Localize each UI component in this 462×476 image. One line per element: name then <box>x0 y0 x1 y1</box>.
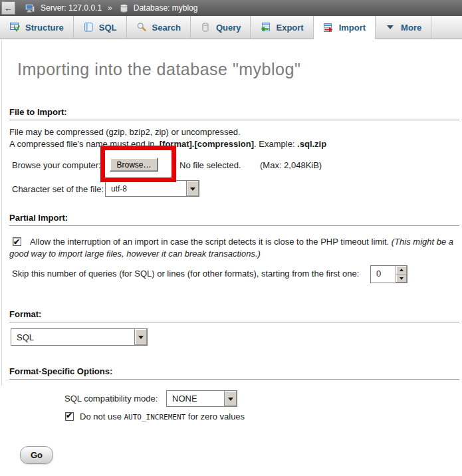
tab-import[interactable]: Import <box>314 16 376 39</box>
tab-label: Search <box>152 23 181 33</box>
sql-compatibility-arrow-icon[interactable] <box>224 391 237 406</box>
tab-label: Import <box>339 23 366 33</box>
skip-queries-stepper[interactable]: 0 <box>370 265 407 283</box>
charset-select-arrow-icon[interactable] <box>186 181 199 196</box>
charset-label: Character set of the file: <box>12 184 104 194</box>
browse-label: Browse your computer: <box>12 160 101 170</box>
sql-icon <box>83 22 94 33</box>
skip-queries-label: Skip this number of queries (for SQL) or… <box>12 269 359 279</box>
section-heading-file-to-import: File to Import: <box>9 107 459 120</box>
go-button[interactable]: Go <box>20 446 53 464</box>
search-icon <box>136 22 147 33</box>
breadcrumb-server-link[interactable]: Server: 127.0.0.1 <box>41 3 102 13</box>
tab-bar: Structure SQL Search Query <box>0 16 462 39</box>
filename-rule-mid: . Example: <box>254 139 297 149</box>
auto-increment-prefix: Do not use <box>80 412 124 421</box>
charset-select[interactable]: utf-8 <box>105 180 199 197</box>
breadcrumb-bar: ← Server: 127.0.0.1 » Database: myblog <box>0 0 462 16</box>
compression-info-line: File may be compressed (gzip, bzip2, zip… <box>9 127 241 137</box>
auto-increment-suffix: for zero values <box>185 412 245 421</box>
format-select[interactable]: SQL <box>11 328 148 346</box>
stepper-down-icon[interactable] <box>396 275 407 283</box>
filename-rule-prefix: A compressed file's name must end in <box>9 139 157 149</box>
filename-rule-pattern: .[format].[compression] <box>157 139 254 149</box>
section-heading-format-options: Format-Specific Options: <box>9 366 459 380</box>
tab-structure[interactable]: Structure <box>0 16 74 39</box>
tab-search[interactable]: Search <box>127 16 191 39</box>
tab-label: Export <box>276 23 303 33</box>
breadcrumb-separator: » <box>108 3 112 13</box>
page-title: Importing into the database "myblog" <box>17 60 300 79</box>
import-icon <box>323 23 334 33</box>
sql-compatibility-select[interactable]: NONE <box>166 390 237 407</box>
back-button[interactable]: ← <box>1 1 15 15</box>
chevron-down-icon <box>385 22 396 33</box>
filename-rule-line: A compressed file's name must end in .[f… <box>9 139 326 149</box>
database-icon <box>120 3 128 13</box>
content-left-border <box>1 40 2 386</box>
tab-label: Structure <box>25 23 64 33</box>
sql-compatibility-label: SQL compatibility mode: <box>64 394 158 404</box>
charset-select-value: utf-8 <box>106 184 186 193</box>
back-arrow-icon: ← <box>4 3 13 13</box>
format-select-arrow-icon[interactable] <box>134 329 147 345</box>
export-icon <box>260 22 271 33</box>
skip-queries-value[interactable]: 0 <box>371 266 396 283</box>
tab-label: SQL <box>99 23 117 33</box>
auto-increment-row: Do not use AUTO_INCREMENT for zero value… <box>65 412 245 421</box>
browse-button[interactable]: Browse… <box>110 158 158 172</box>
tab-label: Query <box>216 23 241 33</box>
stepper-buttons <box>396 266 407 283</box>
auto-increment-code: AUTO_INCREMENT <box>124 413 186 421</box>
format-select-value: SQL <box>11 332 134 342</box>
section-heading-format: Format: <box>9 309 459 322</box>
max-size-text: (Max: 2,048KiB) <box>260 160 322 170</box>
server-icon <box>25 3 35 13</box>
allow-interruption-checkbox[interactable] <box>13 237 21 246</box>
tab-label: More <box>401 23 421 33</box>
tab-sql[interactable]: SQL <box>74 16 127 39</box>
allow-interruption-text: Allow the interruption of an import in c… <box>30 237 392 247</box>
structure-icon <box>9 22 20 33</box>
tab-more[interactable]: More <box>376 16 431 39</box>
no-file-selected-text: No file selected. <box>179 160 241 170</box>
filename-rule-example: .sql.zip <box>297 139 326 149</box>
breadcrumb-database-link[interactable]: Database: myblog <box>134 3 198 13</box>
tab-export[interactable]: Export <box>251 16 313 39</box>
allow-interruption-row: Allow the interruption of an import in c… <box>9 236 457 260</box>
tab-query[interactable]: Query <box>191 16 251 39</box>
section-heading-partial-import: Partial Import: <box>9 213 459 226</box>
stepper-up-icon[interactable] <box>396 266 407 275</box>
auto-increment-checkbox[interactable] <box>65 412 74 421</box>
sql-compatibility-value: NONE <box>167 394 224 404</box>
query-icon <box>200 22 211 33</box>
